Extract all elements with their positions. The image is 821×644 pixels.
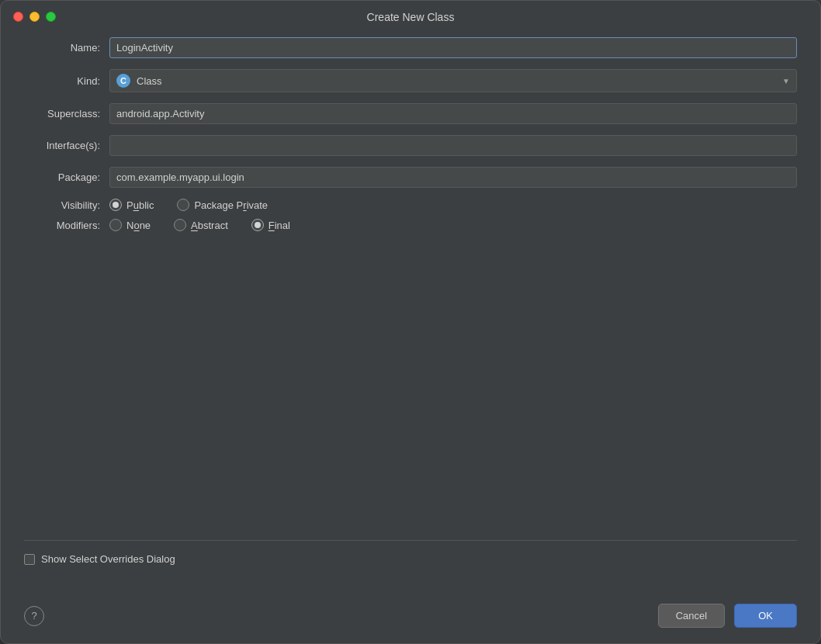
superclass-row: Superclass: [24,103,797,124]
chevron-down-icon: ▼ [782,77,790,85]
spacer [24,242,797,528]
modifier-abstract-option[interactable]: Abstract [174,219,228,231]
minimize-button[interactable] [29,12,40,22]
kind-dropdown[interactable]: C Class ▼ [109,69,797,92]
show-overrides-label: Show Select Overrides Dialog [41,553,175,565]
package-input[interactable] [109,167,797,188]
modifier-abstract-label: Abstract [191,220,228,231]
interfaces-row: Interface(s): [24,135,797,156]
visibility-package-private-option[interactable]: Package Private [177,199,268,211]
modifier-none-radio[interactable] [109,219,122,231]
modifier-final-option[interactable]: Final [251,219,290,231]
show-overrides-checkbox[interactable] [24,554,35,565]
cancel-button[interactable]: Cancel [658,604,725,628]
footer: ? Cancel OK [1,593,820,643]
visibility-public-radio[interactable] [109,199,122,211]
checkbox-row: Show Select Overrides Dialog [24,553,797,565]
name-row: Name: [24,37,797,58]
interfaces-input[interactable] [109,135,797,156]
divider [24,540,797,541]
modifier-abstract-radio[interactable] [174,219,186,231]
name-input[interactable] [109,37,797,58]
package-row: Package: [24,167,797,188]
modifiers-group: None Abstract Final [109,219,290,231]
interfaces-label: Interface(s): [24,140,109,151]
footer-buttons: Cancel OK [658,604,797,628]
visibility-package-private-radio[interactable] [177,199,189,211]
visibility-group: Public Package Private [109,199,268,211]
superclass-input[interactable] [109,103,797,124]
window-controls [13,12,56,22]
modifier-final-radio[interactable] [251,219,264,231]
dialog-title: Create New Class [367,11,455,23]
kind-class-icon: C [116,74,130,88]
modifier-none-option[interactable]: None [109,219,151,231]
maximize-button[interactable] [46,12,56,22]
visibility-public-label: Public [126,199,154,211]
dialog-content: Name: Kind: C Class ▼ Superclass: Interf… [1,29,820,593]
create-new-class-dialog: Create New Class Name: Kind: C Class ▼ S… [0,0,821,644]
kind-row: Kind: C Class ▼ [24,69,797,92]
radio-inner-dot [113,202,119,208]
modifier-none-label: None [126,220,151,231]
visibility-package-private-label: Package Private [194,199,268,211]
superclass-label: Superclass: [24,108,109,119]
kind-value-text: Class [137,75,162,87]
radio-inner-dot-final [255,222,261,228]
name-label: Name: [24,42,109,54]
kind-label: Kind: [24,75,109,87]
visibility-label: Visibility: [24,199,109,211]
help-button[interactable]: ? [24,606,44,626]
modifiers-row: Modifiers: None Abstract Final [24,219,797,231]
visibility-public-option[interactable]: Public [109,199,154,211]
visibility-row: Visibility: Public Package Private [24,199,797,211]
modifier-final-label: Final [268,220,290,231]
modifiers-label: Modifiers: [24,220,109,231]
title-bar: Create New Class [1,1,820,29]
ok-button[interactable]: OK [734,604,797,628]
close-button[interactable] [13,12,23,22]
package-label: Package: [24,171,109,183]
